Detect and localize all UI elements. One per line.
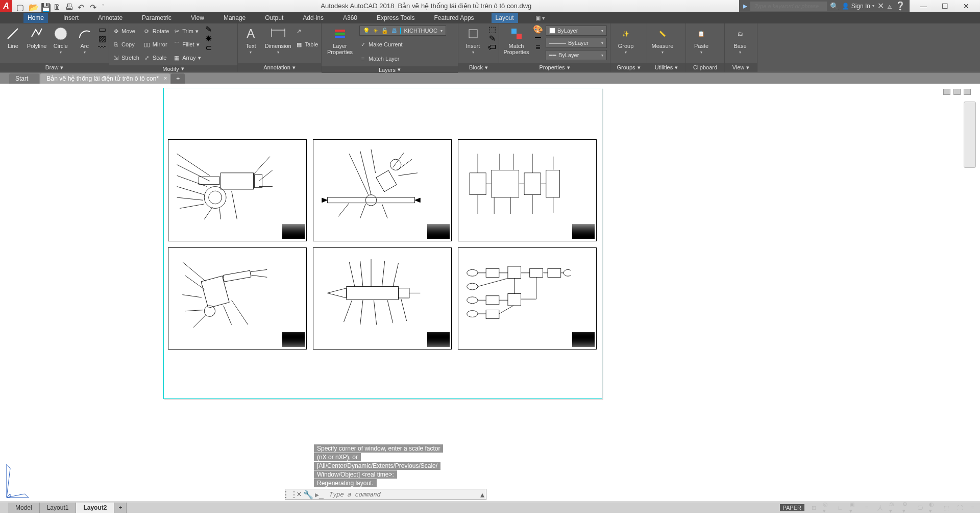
- stretch-button[interactable]: ⇲Stretch: [112, 52, 139, 63]
- exchange-icon[interactable]: ✕: [877, 1, 884, 11]
- clean-icon[interactable]: ⛶: [955, 504, 964, 512]
- cmd-grip-icon[interactable]: ⋮⋮: [285, 490, 295, 500]
- lweight-icon[interactable]: ≡: [534, 44, 542, 51]
- viewport-5[interactable]: [313, 247, 452, 350]
- arc-button[interactable]: Arc▾: [75, 26, 94, 55]
- a360-icon[interactable]: ⟁: [887, 2, 892, 11]
- plot-icon[interactable]: 🖶: [65, 3, 72, 10]
- create-block-icon[interactable]: ⬚: [488, 26, 496, 33]
- match-properties-button[interactable]: Match Properties: [502, 26, 530, 55]
- viewport-4[interactable]: [168, 247, 307, 350]
- match-layer-button[interactable]: ≡Match Layer: [359, 53, 446, 64]
- qat-more-icon[interactable]: ▾: [102, 3, 109, 10]
- snap-icon[interactable]: ◎ ▾: [823, 504, 831, 512]
- layer-dropdown[interactable]: 💡☀🔓🖶 KICHTHUOC▾: [359, 26, 446, 36]
- undo-icon[interactable]: ↶: [78, 3, 85, 10]
- rect-icon[interactable]: ▭: [99, 26, 106, 33]
- tab-manage[interactable]: Manage: [219, 13, 250, 23]
- explode-icon[interactable]: ✸: [205, 35, 212, 42]
- navigation-bar[interactable]: [964, 102, 976, 168]
- leader-button[interactable]: ↗: [296, 26, 318, 37]
- customize-icon[interactable]: ≡: [969, 504, 977, 512]
- layout-tab-layout2[interactable]: Layout2: [76, 503, 114, 513]
- erase-icon[interactable]: ✎: [205, 26, 212, 33]
- ltype-icon[interactable]: ═: [534, 35, 542, 42]
- panel-label-draw[interactable]: Draw ▾: [0, 63, 109, 72]
- rotate-button[interactable]: ⟳Rotate: [143, 26, 169, 37]
- table-button[interactable]: ▦Table: [296, 39, 318, 50]
- circle-button[interactable]: Circle▾: [51, 26, 71, 55]
- tab-output[interactable]: Output: [261, 13, 287, 23]
- hw-icon[interactable]: ⬚: [942, 504, 950, 512]
- new-icon[interactable]: ▢: [16, 3, 23, 10]
- ribbon-expand-icon[interactable]: ▣ ▾: [535, 15, 545, 21]
- panel-label-utilities[interactable]: Utilities ▾: [647, 63, 685, 72]
- viewport-1[interactable]: [168, 139, 307, 241]
- layer-properties-button[interactable]: Layer Properties: [325, 26, 355, 55]
- line-button[interactable]: Line: [3, 26, 23, 49]
- signin-button[interactable]: 👤 Sign In ▾: [842, 3, 874, 10]
- layout-tab-layout1[interactable]: Layout1: [40, 503, 77, 513]
- tab-insert[interactable]: Insert: [59, 13, 83, 23]
- tab-a360[interactable]: A360: [339, 13, 361, 23]
- panel-label-annotation[interactable]: Annotation ▾: [238, 63, 321, 72]
- viewport-2[interactable]: [313, 139, 452, 241]
- panel-label-view[interactable]: View ▾: [725, 63, 757, 72]
- workspace-icon[interactable]: ⚙ ▾: [902, 504, 911, 512]
- tab-layout[interactable]: Layout: [492, 13, 518, 23]
- save-icon[interactable]: 💾: [41, 3, 48, 10]
- array-button[interactable]: ▦Array ▾: [173, 52, 201, 63]
- copy-button[interactable]: ⎘Copy: [112, 39, 139, 50]
- command-input[interactable]: [326, 491, 479, 498]
- polyline-button[interactable]: Polyline: [27, 26, 47, 49]
- spline-icon[interactable]: 〰: [99, 44, 106, 51]
- anno-scale-icon[interactable]: ⚖ ▾: [889, 504, 897, 512]
- cmd-close-icon[interactable]: ×: [295, 490, 304, 499]
- space-badge[interactable]: PAPER: [780, 504, 804, 511]
- search-input[interactable]: [750, 2, 827, 11]
- group-button[interactable]: ✨Group▾: [614, 26, 638, 55]
- panel-label-layers[interactable]: Layers ▾: [322, 66, 458, 73]
- scale-button[interactable]: ⤢Scale: [143, 52, 169, 63]
- file-tab-new[interactable]: +: [171, 73, 185, 84]
- infocenter-arrow-icon[interactable]: ▸: [743, 1, 747, 11]
- lineweight-dropdown[interactable]: ━━ByLayer▾: [546, 50, 607, 60]
- panel-label-properties[interactable]: Properties ▾: [499, 63, 610, 72]
- osnap-icon[interactable]: ▣ ▾: [849, 504, 857, 512]
- panel-label-modify[interactable]: Modify ▾: [109, 65, 237, 72]
- lwt-icon[interactable]: ≡: [863, 504, 871, 512]
- mirror-button[interactable]: ▯▯Mirror: [143, 39, 169, 50]
- viewport-3[interactable]: [458, 139, 597, 241]
- fillet-button[interactable]: ⌒Fillet ▾: [173, 39, 201, 50]
- cmd-settings-icon[interactable]: 🔧: [304, 490, 313, 500]
- tab-express[interactable]: Express Tools: [373, 13, 419, 23]
- edit-block-icon[interactable]: ✎: [488, 35, 496, 42]
- panel-label-groups[interactable]: Groups ▾: [610, 63, 647, 72]
- offset-icon[interactable]: ⊂: [205, 44, 212, 51]
- panel-label-block[interactable]: Block ▾: [458, 63, 499, 72]
- tab-annotate[interactable]: Annotate: [94, 13, 127, 23]
- layout-tab-model[interactable]: Model: [8, 503, 40, 513]
- app-logo[interactable]: A: [0, 0, 12, 12]
- open-icon[interactable]: 📂: [29, 3, 36, 10]
- insert-button[interactable]: Insert▾: [461, 26, 484, 55]
- canvas[interactable]: Specify corner of window, enter a scale …: [0, 84, 980, 513]
- tab-addins[interactable]: Add-ins: [299, 13, 328, 23]
- make-current-button[interactable]: ✓Make Current: [359, 39, 446, 50]
- help-icon[interactable]: ❔: [895, 1, 905, 11]
- move-button[interactable]: ✥Move: [112, 26, 139, 37]
- saveas-icon[interactable]: 🗎: [53, 3, 60, 10]
- redo-icon[interactable]: ↷: [90, 3, 97, 10]
- trim-button[interactable]: ✂Trim ▾: [173, 26, 201, 37]
- text-button[interactable]: AText▾: [241, 26, 261, 55]
- grid-icon[interactable]: ⊞: [810, 504, 818, 512]
- minimize-button[interactable]: —: [920, 3, 927, 10]
- color-dropdown[interactable]: ByLayer▾: [546, 26, 607, 36]
- tab-home[interactable]: Home: [23, 13, 48, 23]
- cmd-recent-icon[interactable]: ▴: [479, 490, 486, 500]
- isolate-icon[interactable]: ◐ ▾: [929, 504, 937, 512]
- layout-tab-add[interactable]: +: [114, 503, 127, 513]
- bylayer-color-icon[interactable]: 🎨: [534, 26, 542, 33]
- tab-featured[interactable]: Featured Apps: [430, 13, 478, 23]
- linetype-dropdown[interactable]: ———ByLayer▾: [546, 38, 607, 48]
